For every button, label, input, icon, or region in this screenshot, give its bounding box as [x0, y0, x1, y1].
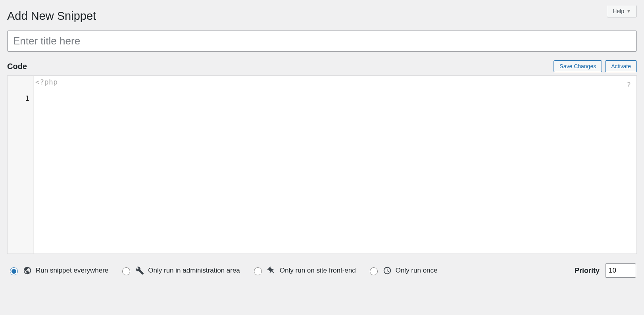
scope-radio-everywhere[interactable] [10, 267, 18, 275]
help-tab-label: Help [613, 8, 624, 14]
scope-label: Only run once [396, 267, 438, 275]
scope-option-everywhere[interactable]: Run snippet everywhere [8, 266, 108, 275]
scope-label: Run snippet everywhere [36, 267, 108, 275]
editor-gutter: 1 [8, 76, 34, 254]
activate-button[interactable]: Activate [605, 60, 637, 72]
snippet-title-input[interactable] [7, 31, 637, 52]
line-number: 1 [8, 94, 33, 102]
php-open-tag: <?php [35, 78, 58, 86]
scope-radio-frontend[interactable] [254, 267, 262, 275]
clock-icon [383, 266, 392, 275]
scope-radio-once[interactable] [370, 267, 378, 275]
priority-input[interactable] [605, 263, 636, 278]
scope-label: Only run on site front-end [280, 267, 356, 275]
help-tab-button[interactable]: Help ▼ [607, 6, 637, 17]
wrench-icon [135, 266, 144, 275]
code-editor-textarea[interactable]: <?php ? [34, 76, 636, 254]
pin-icon [267, 266, 276, 275]
scope-option-once[interactable]: Only run once [368, 266, 438, 275]
globe-icon [23, 266, 32, 275]
editor-help-icon[interactable]: ? [627, 81, 631, 89]
scope-option-frontend[interactable]: Only run on site front-end [252, 266, 356, 275]
code-editor[interactable]: 1 <?php ? [7, 75, 637, 254]
save-changes-button[interactable]: Save Changes [554, 60, 602, 72]
scope-options: Run snippet everywhere Only run in admin… [8, 266, 563, 275]
page-title: Add New Snippet [7, 10, 637, 23]
scope-option-admin[interactable]: Only run in administration area [120, 266, 240, 275]
chevron-down-icon: ▼ [627, 9, 631, 13]
scope-radio-admin[interactable] [122, 267, 130, 275]
scope-label: Only run in administration area [148, 267, 240, 275]
priority-label: Priority [575, 267, 600, 275]
code-section-heading: Code [7, 62, 27, 71]
